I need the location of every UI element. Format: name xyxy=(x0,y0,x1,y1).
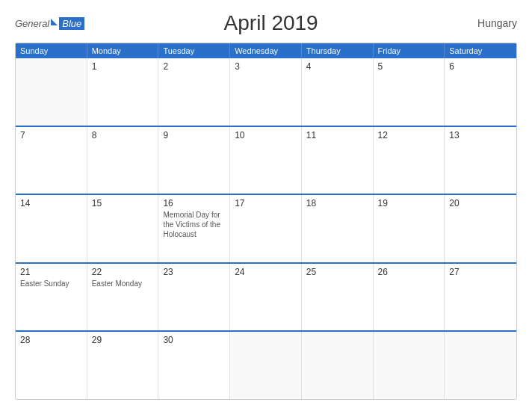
week-4: 21 Easter Sunday 22 Easter Monday 23 24 … xyxy=(16,264,516,333)
table-row: 4 xyxy=(302,58,374,126)
calendar-header-row: Sunday Monday Tuesday Wednesday Thursday… xyxy=(16,43,516,58)
week-1: 1 2 3 4 5 6 xyxy=(16,58,516,127)
table-row: 30 xyxy=(158,332,230,399)
logo: General Blue xyxy=(15,17,84,30)
table-row xyxy=(230,332,302,399)
header-monday: Monday xyxy=(87,43,159,58)
table-row: 8 xyxy=(87,127,159,194)
table-row: 1 xyxy=(87,58,159,126)
calendar-body: 1 2 3 4 5 6 7 8 9 10 11 12 13 14 15 xyxy=(16,58,516,399)
table-row: 28 xyxy=(16,332,87,399)
table-row: 2 xyxy=(158,58,230,126)
calendar: Sunday Monday Tuesday Wednesday Thursday… xyxy=(15,43,517,400)
table-row: 20 xyxy=(445,195,516,262)
table-row: 15 xyxy=(87,195,159,262)
table-row xyxy=(302,332,374,399)
table-row: 14 xyxy=(16,195,87,262)
table-row: 6 xyxy=(445,58,516,126)
country-label: Hungary xyxy=(457,17,517,29)
table-row: 29 xyxy=(87,332,159,399)
header-friday: Friday xyxy=(374,43,445,58)
table-row xyxy=(374,332,445,399)
table-row: 27 xyxy=(445,264,516,331)
table-row: 18 xyxy=(302,195,374,262)
header-saturday: Saturday xyxy=(445,43,516,58)
header: General Blue April 2019 Hungary xyxy=(15,11,517,35)
table-row: 12 xyxy=(374,127,445,194)
table-row: 21 Easter Sunday xyxy=(16,264,87,331)
header-sunday: Sunday xyxy=(16,43,87,58)
table-row: 5 xyxy=(374,58,445,126)
table-row: 3 xyxy=(230,58,302,126)
table-row: 9 xyxy=(158,127,230,194)
table-row: 26 xyxy=(374,264,445,331)
header-wednesday: Wednesday xyxy=(230,43,302,58)
table-row: 23 xyxy=(158,264,230,331)
week-2: 7 8 9 10 11 12 13 xyxy=(16,127,516,196)
header-tuesday: Tuesday xyxy=(158,43,230,58)
table-row: 11 xyxy=(302,127,374,194)
table-row: 25 xyxy=(302,264,374,331)
logo-general-text: General xyxy=(15,18,49,29)
table-row xyxy=(16,58,87,126)
table-row: 10 xyxy=(230,127,302,194)
table-row xyxy=(445,332,516,399)
table-row: 22 Easter Monday xyxy=(87,264,159,331)
table-row: 16 Memorial Day for the Victims of the H… xyxy=(158,195,230,262)
page: General Blue April 2019 Hungary Sunday M… xyxy=(0,0,532,411)
week-5: 28 29 30 xyxy=(16,332,516,399)
table-row: 19 xyxy=(374,195,445,262)
table-row: 24 xyxy=(230,264,302,331)
table-row: 7 xyxy=(16,127,87,194)
logo-blue-text: Blue xyxy=(59,17,84,30)
table-row: 17 xyxy=(230,195,302,262)
header-thursday: Thursday xyxy=(302,43,374,58)
calendar-title: April 2019 xyxy=(84,11,457,35)
week-3: 14 15 16 Memorial Day for the Victims of… xyxy=(16,195,516,264)
table-row: 13 xyxy=(445,127,516,194)
